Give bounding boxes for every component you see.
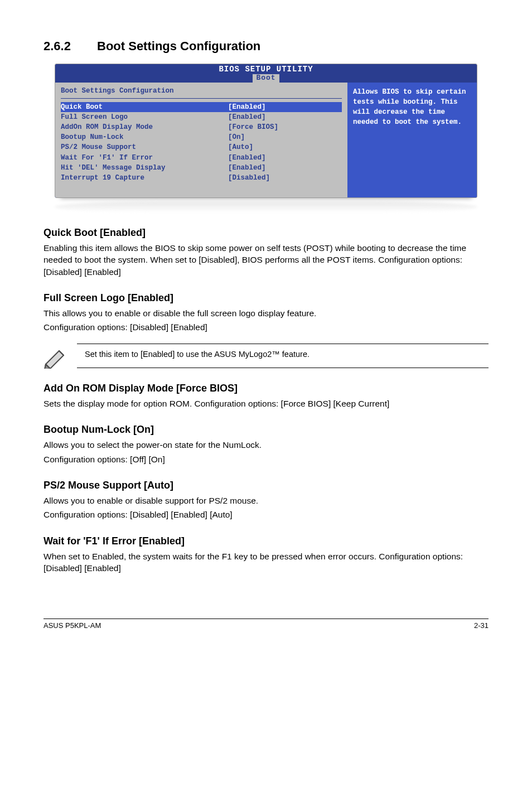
para-addon-rom: Sets the display mode for option ROM. Co…	[43, 398, 489, 409]
heading-addon-rom: Add On ROM Display Mode [Force BIOS]	[43, 383, 489, 394]
heading-ps2: PS/2 Mouse Support [Auto]	[43, 480, 489, 491]
bios-label: Wait For 'F1' If Error	[61, 153, 228, 163]
heading-full-screen-logo: Full Screen Logo [Enabled]	[43, 292, 489, 304]
bios-value: [Enabled]	[228, 112, 266, 122]
para-numlock-2: Configuration options: [Off] [On]	[43, 453, 489, 465]
para-quick-boot: Enabling this item allows the BIOS to sk…	[43, 242, 489, 278]
bios-reflection	[55, 201, 477, 212]
bios-help-text: Allows BIOS to skip certain tests while …	[353, 88, 466, 126]
bios-label: Quick Boot	[61, 102, 228, 112]
bios-label: Interrupt 19 Capture	[61, 173, 228, 183]
para-full-screen-logo-2: Configuration options: [Disabled] [Enabl…	[43, 321, 489, 333]
bios-value: [Enabled]	[228, 102, 266, 112]
para-ps2-2: Configuration options: [Disabled] [Enabl…	[43, 509, 489, 520]
bios-active-tab: Boot	[253, 74, 279, 82]
bios-row-wait-f1: Wait For 'F1' If Error [Enabled]	[61, 153, 342, 163]
bios-row-int19: Interrupt 19 Capture [Disabled]	[61, 173, 342, 183]
bios-value: [Force BIOS]	[228, 122, 278, 132]
bios-value: [Enabled]	[228, 153, 266, 163]
para-wait-f1: When set to Enabled, the system waits fo…	[43, 550, 489, 574]
bios-row-addon-rom: AddOn ROM Display Mode [Force BIOS]	[61, 122, 342, 132]
bios-value: [Enabled]	[228, 163, 266, 173]
bios-help-panel: Allows BIOS to skip certain tests while …	[347, 83, 477, 197]
bios-row-numlock: Bootup Num-Lock [On]	[61, 132, 342, 142]
bios-value: [On]	[228, 132, 245, 142]
bios-value: [Disabled]	[228, 173, 270, 183]
bios-row-full-screen-logo: Full Screen Logo [Enabled]	[61, 112, 342, 122]
bios-label: PS/2 Mouse Support	[61, 142, 228, 152]
heading-wait-f1: Wait for 'F1' If Error [Enabled]	[43, 535, 489, 547]
section-number: 2.6.2	[43, 39, 97, 54]
para-numlock-1: Allows you to select the power-on state …	[43, 439, 489, 451]
section-title: Boot Settings Configuration	[97, 39, 260, 54]
bios-panel-heading: Boot Settings Configuration	[61, 86, 342, 99]
heading-numlock: Bootup Num-Lock [On]	[43, 424, 489, 436]
bios-utility-box: BIOS SETUP UTILITY Boot Boot Settings Co…	[55, 64, 477, 198]
para-full-screen-logo-1: This allows you to enable or disable the…	[43, 307, 489, 319]
footer-right: 2-31	[474, 621, 489, 630]
note-text: Set this item to [Enabled] to use the AS…	[85, 349, 309, 360]
pencil-note-icon	[42, 346, 69, 369]
bios-label: Hit 'DEL' Message Display	[61, 163, 228, 173]
bios-row-ps2: PS/2 Mouse Support [Auto]	[61, 142, 342, 152]
heading-quick-boot: Quick Boot [Enabled]	[43, 227, 489, 239]
bios-row-quick-boot: Quick Boot [Enabled]	[61, 102, 342, 112]
bios-value: [Auto]	[228, 142, 253, 152]
bios-settings-panel: Boot Settings Configuration Quick Boot […	[55, 83, 347, 197]
bios-title-bar: BIOS SETUP UTILITY Boot	[55, 64, 477, 83]
bios-label: Full Screen Logo	[61, 112, 228, 122]
bios-label: Bootup Num-Lock	[61, 132, 228, 142]
footer-left: ASUS P5KPL-AM	[43, 621, 101, 630]
bios-title: BIOS SETUP UTILITY	[55, 65, 477, 74]
bios-label: AddOn ROM Display Mode	[61, 122, 228, 132]
bios-row-hit-del: Hit 'DEL' Message Display [Enabled]	[61, 163, 342, 173]
para-ps2-1: Allows you to enable or disable support …	[43, 495, 489, 506]
